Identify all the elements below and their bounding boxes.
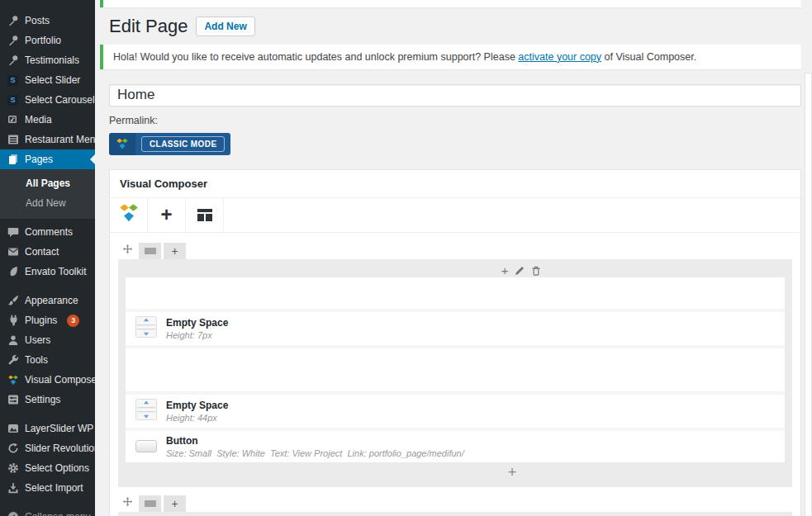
- sidebar-item-appearance[interactable]: Appearance: [0, 291, 95, 310]
- add-new-button[interactable]: Add New: [196, 17, 254, 36]
- refresh-icon: [7, 443, 19, 455]
- activate-copy-link[interactable]: activate your copy: [518, 51, 601, 63]
- admin-content: Edit Page Add New Hola! Would you like t…: [95, 0, 812, 516]
- submenu-item-all-pages[interactable]: All Pages: [0, 173, 95, 193]
- add-element-button[interactable]: +: [148, 198, 186, 232]
- visual-composer-logo-icon: [109, 133, 135, 155]
- sidebar-item-testimonials[interactable]: Testimonials: [0, 50, 95, 70]
- metabox-title[interactable]: Visual Composer: [110, 170, 800, 198]
- drag-row-handle[interactable]: [118, 495, 136, 512]
- add-element-icon[interactable]: +: [501, 264, 509, 277]
- visual-composer-metabox: Visual Composer + +: [109, 169, 801, 516]
- brush-icon: [7, 295, 19, 307]
- sidebar-item-posts[interactable]: Posts: [0, 11, 95, 31]
- envelope-icon: [7, 246, 19, 258]
- sidebar-item-label: Select Options: [25, 462, 89, 474]
- sidebar-item-media[interactable]: Media: [0, 110, 95, 130]
- element-info: Empty Space Height: 44px: [166, 400, 228, 423]
- vc-column: Empty Space Height: 7px Empty Space Heig…: [126, 277, 785, 462]
- append-element-button[interactable]: +: [508, 465, 517, 480]
- add-column-button[interactable]: +: [164, 495, 186, 512]
- delete-trash-icon[interactable]: [531, 265, 541, 276]
- leaf-icon: [7, 266, 19, 278]
- sidebar-item-label: Envato Toolkit: [25, 266, 87, 277]
- sidebar-item-select-import[interactable]: Select Import: [0, 478, 95, 498]
- sidebar-item-envato-toolkit[interactable]: Envato Toolkit: [0, 262, 95, 282]
- sidebar-item-tools[interactable]: Tools: [0, 350, 95, 370]
- element-title: Empty Space: [166, 400, 228, 411]
- pin-icon: [7, 15, 19, 27]
- sidebar-item-pages[interactable]: Pages: [0, 149, 95, 169]
- visual-composer-logo-icon: [7, 374, 19, 386]
- sidebar-item-label: Portfolio: [25, 35, 61, 46]
- sidebar-item-restaurant-menu[interactable]: Restaurant Menu: [0, 130, 95, 149]
- vc-element-blank[interactable]: [126, 348, 785, 391]
- settings-icon: [7, 394, 19, 406]
- element-meta: Height: 44px: [166, 413, 228, 423]
- notice-text: of Visual Composer.: [601, 51, 696, 63]
- element-meta: Height: 7px: [166, 330, 228, 340]
- vc-element-empty-space[interactable]: Empty Space Height: 7px: [126, 312, 785, 345]
- sidebar-item-label: Slider Revolution: [25, 443, 95, 454]
- sidebar-item-label: Contact: [25, 246, 59, 258]
- submenu-item-add-new[interactable]: Add New: [0, 193, 95, 213]
- sidebar-item-label: Collapse menu: [25, 511, 91, 516]
- element-info: Empty Space Height: 7px: [166, 317, 228, 340]
- sidebar-item-comments[interactable]: Comments: [0, 222, 95, 242]
- move-icon: [122, 496, 133, 511]
- sidebar-item-contact[interactable]: Contact: [0, 242, 95, 262]
- pages-icon: [7, 154, 19, 166]
- sidebar-item-portfolio[interactable]: Portfolio: [0, 31, 95, 50]
- templates-button[interactable]: [186, 198, 224, 232]
- image-icon: [7, 423, 19, 435]
- sidebar-item-label: LayerSlider WP: [25, 423, 93, 434]
- classic-mode-button[interactable]: CLASSIC MODE: [109, 133, 230, 155]
- vc-row: + +: [118, 243, 792, 487]
- pages-submenu: All Pages Add New: [0, 169, 95, 219]
- element-title: Button: [166, 435, 464, 447]
- plus-icon: +: [160, 205, 172, 225]
- collapse-arrow-icon: [7, 511, 19, 516]
- add-column-button[interactable]: +: [164, 243, 186, 259]
- sidebar-item-label: Settings: [25, 394, 60, 405]
- s-letter-icon: S: [7, 74, 19, 87]
- drag-row-handle[interactable]: [118, 243, 136, 259]
- row-layout-button[interactable]: [139, 495, 161, 512]
- element-meta: Size: Small Style: White Text: View Proj…: [166, 448, 464, 458]
- sidebar-item-collapse-menu[interactable]: Collapse menu: [0, 507, 95, 516]
- sidebar-item-select-slider[interactable]: S Select Slider: [0, 70, 95, 90]
- vc-element-empty-space[interactable]: Empty Space Height: 44px: [126, 395, 785, 428]
- sidebar-item-users[interactable]: Users: [0, 330, 95, 350]
- sidebar-item-label: Restaurant Menu: [25, 134, 95, 145]
- column-controls: +: [126, 263, 785, 277]
- row-layout-icon: [145, 500, 156, 507]
- sidebar-item-label: Pages: [25, 154, 53, 165]
- post-title-input[interactable]: [109, 84, 801, 107]
- sidebar-item-slider-revolution[interactable]: Slider Revolution: [0, 438, 95, 458]
- sidebar-item-settings[interactable]: Settings: [0, 390, 95, 409]
- sidebar-item-select-carousel[interactable]: S Select Carousel: [0, 90, 95, 110]
- element-info: Button Size: Small Style: White Text: Vi…: [166, 435, 464, 458]
- edit-pencil-icon[interactable]: [515, 265, 525, 276]
- plug-icon: [7, 315, 19, 327]
- vc-element-blank[interactable]: [126, 277, 785, 309]
- notice-text: Hola! Would you like to receive automati…: [113, 51, 518, 63]
- media-icon: [7, 114, 19, 126]
- sidebar-item-visual-composer[interactable]: Visual Composer: [0, 370, 95, 390]
- row-container: + Empty Space Height: 7px: [118, 259, 792, 487]
- sidebar-item-layerslider[interactable]: LayerSlider WP: [0, 419, 95, 438]
- right-column-edge: [805, 73, 812, 516]
- sidebar-item-label: Testimonials: [25, 54, 79, 66]
- sidebar-item-label: Plugins: [25, 315, 57, 326]
- permalink-label: Permalink:: [109, 115, 801, 126]
- element-title: Empty Space: [166, 317, 228, 329]
- row-layout-button[interactable]: [139, 243, 161, 259]
- vc-logo-button[interactable]: [110, 198, 148, 232]
- vc-element-button[interactable]: Button Size: Small Style: White Text: Vi…: [126, 431, 785, 462]
- wordpress-admin: Posts Portfolio Testimonials S Select Sl…: [0, 0, 812, 516]
- empty-space-icon: [135, 399, 157, 424]
- sidebar-item-plugins[interactable]: Plugins 3: [0, 310, 95, 330]
- empty-space-icon: [135, 316, 157, 341]
- sidebar-item-select-options[interactable]: Select Options: [0, 458, 95, 478]
- classic-mode-label: CLASSIC MODE: [141, 136, 225, 152]
